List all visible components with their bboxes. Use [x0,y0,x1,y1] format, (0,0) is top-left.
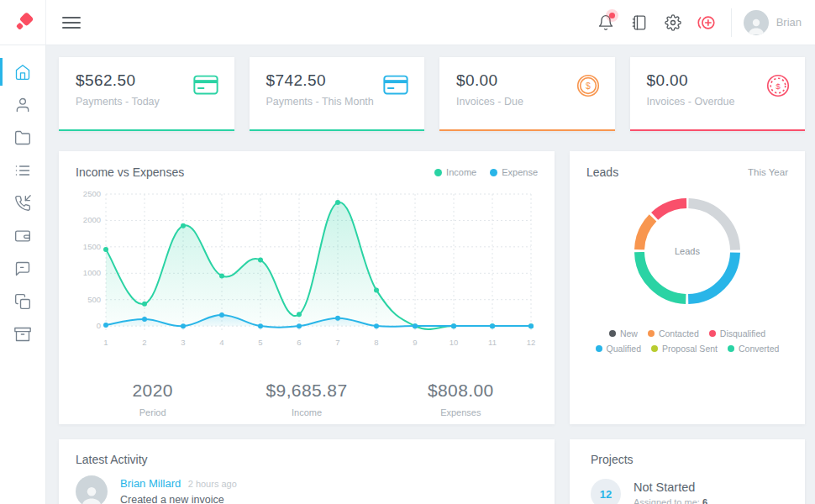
sidebar-item-contacts[interactable] [0,88,45,121]
svg-text:2000: 2000 [83,215,101,224]
activity-action: Created a new invoice [120,494,237,504]
activity-avatar [76,475,108,504]
svg-text:2: 2 [142,338,146,347]
home-icon [14,64,31,81]
income-dot-icon [434,169,442,176]
sidebar-item-payments[interactable] [0,219,45,252]
svg-text:1500: 1500 [83,242,101,251]
copy-icon [14,293,31,310]
legend-item-proposal-sent[interactable]: Proposal Sent [651,344,718,354]
svg-text:$: $ [776,81,781,91]
credit-card-icon [382,74,409,96]
summary-period-label: Period [76,407,229,417]
stat-label: Invoices - Overdue [647,96,735,108]
notification-badge [609,13,615,18]
stat-card-invoices-due[interactable]: $0.00 Invoices - Due $ [439,57,615,131]
leads-donut-chart: Leads [586,192,788,310]
stat-value: $562.50 [76,71,160,90]
income-expenses-panel: Income vs Expenses Income Expense 050010… [59,151,555,424]
stat-label: Payments - Today [76,96,160,108]
stat-value: $0.00 [456,71,523,90]
journal-button[interactable] [625,8,654,37]
svg-text:7: 7 [335,338,339,347]
leads-period-filter[interactable]: This Year [748,167,788,177]
menu-toggle-button[interactable] [62,0,81,45]
legend-item-contacted[interactable]: Contacted [648,328,699,339]
list-icon [14,162,31,179]
user-name: Brian [776,16,802,29]
quick-add-button[interactable] [692,8,721,37]
legend-item-new[interactable]: New [609,328,638,339]
stat-label: Payments - This Month [266,96,374,108]
latest-activity-title: Latest Activity [76,453,538,466]
svg-text:1: 1 [103,338,108,347]
stat-value: $742.50 [266,71,374,90]
quick-add-icon [697,13,717,32]
summary-expenses-label: Expenses [384,407,538,417]
sidebar-item-dashboard[interactable] [0,55,45,88]
summary-income-label: Income [229,407,383,417]
brand-logo-icon [12,12,34,34]
notifications-button[interactable] [592,8,620,37]
sidebar-item-files[interactable] [0,121,45,154]
latest-activity-panel: Latest Activity Brian Millard 2 hours ag… [59,439,555,504]
activity-user-link[interactable]: Brian Millard [120,477,181,490]
project-status-label: Not Started [634,480,707,494]
project-status-item[interactable]: 12 Not Started Assigned to me: 6 [591,479,788,504]
new-dot-icon [609,330,616,337]
user-menu[interactable]: Brian [744,0,802,45]
sidebar-item-tasks[interactable] [0,154,45,186]
projects-title: Projects [591,453,788,466]
gear-icon [665,14,681,31]
legend-item-disqualified[interactable]: Disqualified [709,328,765,339]
sidebar-item-archive[interactable] [0,318,45,350]
proposal-sent-dot-icon [651,345,658,352]
stat-card-payments-today[interactable]: $562.50 Payments - Today [59,57,234,131]
summary-period-value: 2020 [76,381,229,401]
svg-text:Leads: Leads [675,246,700,256]
credit-card-icon [192,74,219,96]
legend-item-expense[interactable]: Expense [490,167,538,177]
archive-icon [14,326,31,343]
stat-card-invoices-overdue[interactable]: $0.00 Invoices - Overdue $ [630,57,806,131]
legend-item-qualified[interactable]: Qualified [596,344,641,354]
user-icon [14,97,31,113]
svg-text:0: 0 [97,321,101,330]
brand-logo[interactable] [0,0,46,45]
chat-icon [14,260,31,277]
converted-dot-icon [728,345,734,352]
sidebar-nav [0,45,46,504]
leads-panel: Leads This Year Leads New Contacted Disq… [570,151,805,424]
legend-item-converted[interactable]: Converted [728,344,779,354]
disqualified-dot-icon [709,330,716,337]
income-expenses-chart: 05001000150020002500123456789101112 [76,187,538,369]
sidebar-item-calls[interactable] [0,186,45,219]
settings-button[interactable] [659,8,687,37]
leads-legend: New Contacted Disqualified Qualified Pro… [586,328,788,354]
project-count-badge: 12 [591,479,621,504]
sidebar-item-messages[interactable] [0,252,45,285]
leads-title: Leads [586,165,618,179]
qualified-dot-icon [596,345,602,352]
svg-text:9: 9 [413,338,417,347]
wallet-icon [14,228,31,244]
svg-text:1000: 1000 [83,268,101,277]
legend-item-income[interactable]: Income [434,167,476,177]
journal-icon [631,14,648,31]
summary-income-value: $9,685.87 [229,381,383,401]
phone-incoming-icon [14,195,31,212]
svg-text:10: 10 [450,338,459,347]
svg-text:$: $ [586,81,591,91]
svg-text:11: 11 [488,338,497,347]
activity-time: 2 hours ago [188,479,237,489]
stat-cards-row: $562.50 Payments - Today $742.50 Payment… [59,57,805,131]
folder-icon [14,129,31,146]
expense-dot-icon [490,169,497,176]
stat-card-payments-month[interactable]: $742.50 Payments - This Month [250,57,425,131]
chart-summary: 2020 Period $9,685.87 Income $808.00 Exp… [76,381,538,417]
avatar-silhouette-icon [745,15,767,35]
project-assigned: Assigned to me: 6 [634,497,707,504]
projects-panel: Projects 12 Not Started Assigned to me: … [570,439,805,504]
income-expenses-title: Income vs Expenses [76,165,184,179]
sidebar-item-documents[interactable] [0,285,45,318]
